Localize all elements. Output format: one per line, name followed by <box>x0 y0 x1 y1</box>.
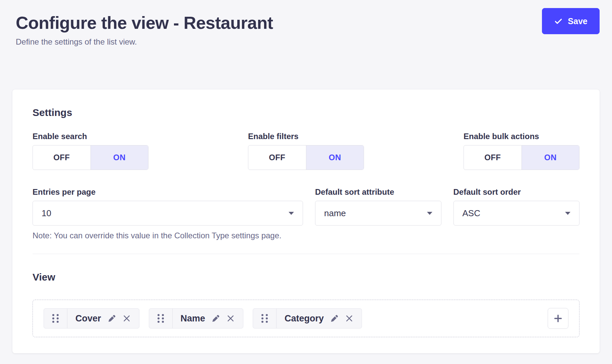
chip-body: Cover <box>67 309 139 328</box>
entries-per-page-note: Note: You can override this value in the… <box>33 231 303 240</box>
chip-body: Name <box>173 309 243 328</box>
toggle-field-enable-filters: Enable filters OFF ON <box>248 132 364 170</box>
enable-filters-on-option[interactable]: ON <box>306 145 364 170</box>
chevron-down-icon <box>427 212 432 215</box>
selects-row: Entries per page 10 Note: You can overri… <box>33 187 579 240</box>
save-button[interactable]: Save <box>542 8 600 34</box>
enable-bulk-actions-off-option[interactable]: OFF <box>464 145 522 170</box>
default-sort-attribute-value: name <box>324 208 346 219</box>
chip-label: Name <box>181 313 205 324</box>
pencil-icon <box>330 314 339 323</box>
remove-column-button[interactable] <box>122 314 131 323</box>
title-block: Configure the view - Restaurant Define t… <box>16 12 273 47</box>
default-sort-order-select[interactable]: ASC <box>453 201 580 226</box>
page-title: Configure the view - Restaurant <box>16 12 273 34</box>
close-icon <box>122 314 131 323</box>
default-sort-attribute-label: Default sort attribute <box>315 187 441 197</box>
enable-bulk-actions-label: Enable bulk actions <box>464 132 579 141</box>
edit-column-button[interactable] <box>107 314 116 323</box>
view-heading: View <box>33 272 579 282</box>
pencil-icon <box>107 314 116 323</box>
default-sort-attribute-select[interactable]: name <box>315 201 441 226</box>
default-sort-order-field: Default sort order ASC <box>453 187 580 240</box>
chevron-down-icon <box>565 212 570 215</box>
enable-filters-label: Enable filters <box>248 132 364 141</box>
close-icon <box>345 314 354 323</box>
drag-dots-icon <box>158 314 164 323</box>
default-sort-order-label: Default sort order <box>453 187 580 197</box>
plus-icon <box>553 313 563 323</box>
drag-handle[interactable] <box>44 309 67 328</box>
entries-per-page-value: 10 <box>42 208 51 219</box>
enable-search-on-option[interactable]: ON <box>90 145 148 170</box>
close-icon <box>226 314 235 323</box>
enable-search-label: Enable search <box>33 132 148 141</box>
chip-label: Cover <box>75 313 101 324</box>
settings-heading: Settings <box>33 108 579 118</box>
add-column-button[interactable] <box>548 308 568 329</box>
enable-filters-off-option[interactable]: OFF <box>248 145 306 170</box>
check-icon <box>554 17 563 25</box>
default-sort-order-value: ASC <box>463 208 480 219</box>
entries-per-page-label: Entries per page <box>33 187 303 197</box>
drag-dots-icon <box>261 314 268 323</box>
drag-handle[interactable] <box>149 309 173 328</box>
drag-handle[interactable] <box>253 309 277 328</box>
view-column-chip-name: Name <box>149 308 244 328</box>
enable-search-off-option[interactable]: OFF <box>33 145 90 170</box>
chevron-down-icon <box>289 212 294 215</box>
chip-label: Category <box>285 313 324 324</box>
toggle-field-enable-search: Enable search OFF ON <box>33 132 148 170</box>
entries-per-page-select[interactable]: 10 <box>33 201 303 226</box>
view-column-chip-cover: Cover <box>44 308 139 328</box>
toggle-field-enable-bulk-actions: Enable bulk actions OFF ON <box>464 132 579 170</box>
enable-bulk-actions-toggle: OFF ON <box>464 145 579 170</box>
edit-column-button[interactable] <box>330 314 339 323</box>
remove-column-button[interactable] <box>345 314 354 323</box>
pencil-icon <box>211 314 220 323</box>
page-header: Configure the view - Restaurant Define t… <box>0 0 612 47</box>
page-subtitle: Define the settings of the list view. <box>16 37 273 47</box>
enable-bulk-actions-on-option[interactable]: ON <box>522 145 579 170</box>
chip-body: Category <box>277 309 362 328</box>
view-column-chip-category: Category <box>253 308 362 328</box>
toggles-row: Enable search OFF ON Enable filters OFF … <box>33 132 579 170</box>
entries-per-page-field: Entries per page 10 Note: You can overri… <box>33 187 303 240</box>
settings-card: Settings Enable search OFF ON Enable fil… <box>12 89 600 353</box>
section-divider <box>33 254 579 254</box>
save-button-label: Save <box>568 16 587 26</box>
remove-column-button[interactable] <box>226 314 235 323</box>
enable-filters-toggle: OFF ON <box>248 145 364 170</box>
drag-dots-icon <box>52 314 59 323</box>
default-sort-attribute-field: Default sort attribute name <box>315 187 441 240</box>
view-columns-dropzone: Cover Name <box>33 300 579 337</box>
edit-column-button[interactable] <box>211 314 220 323</box>
enable-search-toggle: OFF ON <box>33 145 148 170</box>
